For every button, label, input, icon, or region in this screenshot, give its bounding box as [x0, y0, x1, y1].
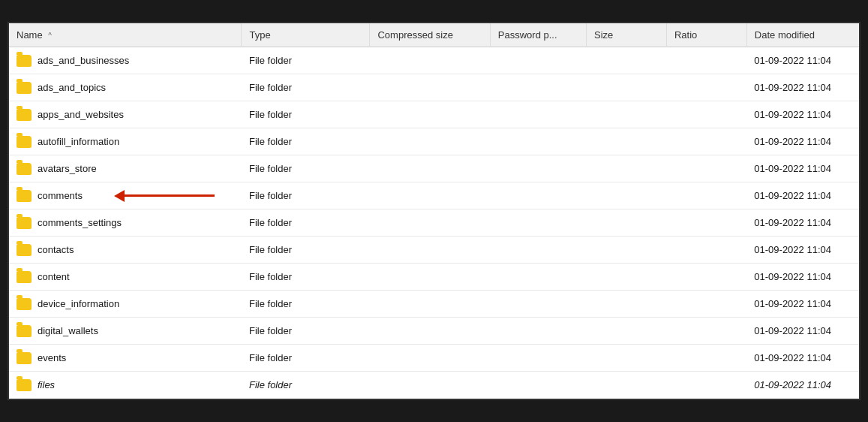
compressed-size-cell: [370, 237, 490, 264]
password-cell: [490, 345, 586, 372]
password-cell: [490, 47, 586, 74]
size-cell: [587, 182, 667, 209]
size-cell: [587, 372, 667, 399]
table-row[interactable]: filesFile folder01-09-2022 11:04: [9, 372, 859, 399]
arrow-line: [125, 194, 215, 197]
col-header-password[interactable]: Password p...: [490, 23, 586, 47]
ratio-cell: [666, 291, 746, 318]
file-type-cell: File folder: [242, 128, 370, 155]
file-name-cell: ads_and_topics: [9, 74, 242, 101]
table-row[interactable]: apps_and_websitesFile folder01-09-2022 1…: [9, 101, 859, 128]
folder-icon: [17, 325, 32, 337]
size-cell: [587, 345, 667, 372]
compressed-size-cell: [370, 47, 490, 74]
file-name-label: comments: [38, 190, 83, 201]
size-cell: [587, 128, 667, 155]
date-modified-cell: 01-09-2022 11:04: [746, 345, 859, 372]
compressed-size-cell: [370, 318, 490, 345]
file-name-label: ads_and_topics: [38, 82, 106, 93]
file-name-cell: files: [9, 372, 242, 399]
table-row[interactable]: avatars_storeFile folder01-09-2022 11:04: [9, 155, 859, 182]
password-cell: [490, 128, 586, 155]
arrow-head: [114, 190, 125, 202]
table-row[interactable]: commentsFile folder01-09-2022 11:04: [9, 182, 859, 209]
folder-icon: [17, 109, 32, 121]
file-type-cell: File folder: [242, 155, 370, 182]
folder-icon: [17, 379, 32, 391]
password-cell: [490, 237, 586, 264]
ratio-cell: [666, 128, 746, 155]
date-modified-cell: 01-09-2022 11:04: [746, 74, 859, 101]
password-cell: [490, 74, 586, 101]
ratio-cell: [666, 209, 746, 237]
ratio-cell: [666, 237, 746, 264]
table-row[interactable]: eventsFile folder01-09-2022 11:04: [9, 345, 859, 372]
folder-icon: [17, 136, 32, 148]
ratio-cell: [666, 345, 746, 372]
size-cell: [587, 209, 667, 237]
size-cell: [587, 291, 667, 318]
password-cell: [490, 182, 586, 209]
col-header-ratio[interactable]: Ratio: [666, 23, 746, 47]
password-cell: [490, 155, 586, 182]
ratio-cell: [666, 74, 746, 101]
file-name-cell: events: [9, 345, 242, 372]
table-row[interactable]: contactsFile folder01-09-2022 11:04: [9, 237, 859, 264]
table-row[interactable]: autofill_informationFile folder01-09-202…: [9, 128, 859, 155]
table-row[interactable]: digital_walletsFile folder01-09-2022 11:…: [9, 318, 859, 345]
table-row[interactable]: ads_and_businessesFile folder01-09-2022 …: [9, 47, 859, 74]
col-header-compressed-size[interactable]: Compressed size: [370, 23, 490, 47]
sort-indicator-name: ^: [48, 32, 52, 40]
date-modified-cell: 01-09-2022 11:04: [746, 318, 859, 345]
folder-icon: [17, 55, 32, 67]
ratio-cell: [666, 182, 746, 209]
date-modified-cell: 01-09-2022 11:04: [746, 264, 859, 291]
file-name-label: comments_settings: [38, 217, 122, 228]
table-row[interactable]: comments_settingsFile folder01-09-2022 1…: [9, 209, 859, 237]
compressed-size-cell: [370, 74, 490, 101]
folder-icon: [17, 190, 32, 202]
file-name-cell: ads_and_businesses: [9, 47, 242, 74]
folder-icon: [17, 298, 32, 310]
ratio-cell: [666, 101, 746, 128]
compressed-size-cell: [370, 101, 490, 128]
file-type-cell: File folder: [242, 74, 370, 101]
file-type-cell: File folder: [242, 318, 370, 345]
file-type-cell: File folder: [242, 47, 370, 74]
file-name-cell: comments_settings: [9, 209, 242, 237]
compressed-size-cell: [370, 291, 490, 318]
file-name-cell: contacts: [9, 237, 242, 264]
password-cell: [490, 318, 586, 345]
file-type-cell: File folder: [242, 237, 370, 264]
size-cell: [587, 101, 667, 128]
arrow-annotation: [114, 190, 215, 202]
file-name-label: digital_wallets: [38, 325, 98, 336]
table-row[interactable]: contentFile folder01-09-2022 11:04: [9, 264, 859, 291]
compressed-size-cell: [370, 372, 490, 399]
table-header: Name ^ Type Compressed size Password p..…: [9, 23, 859, 47]
file-name-label: files: [38, 379, 55, 390]
compressed-size-cell: [370, 209, 490, 237]
date-modified-cell: 01-09-2022 11:04: [746, 101, 859, 128]
size-cell: [587, 74, 667, 101]
col-header-type[interactable]: Type: [242, 23, 370, 47]
file-name-label: contacts: [38, 244, 74, 255]
file-list-table: Name ^ Type Compressed size Password p..…: [9, 23, 859, 399]
table-row[interactable]: device_informationFile folder01-09-2022 …: [9, 291, 859, 318]
table-row[interactable]: ads_and_topicsFile folder01-09-2022 11:0…: [9, 74, 859, 101]
compressed-size-cell: [370, 155, 490, 182]
folder-icon: [17, 82, 32, 94]
col-header-size[interactable]: Size: [587, 23, 667, 47]
size-cell: [587, 264, 667, 291]
col-header-date-modified[interactable]: Date modified: [746, 23, 859, 47]
size-cell: [587, 155, 667, 182]
password-cell: [490, 264, 586, 291]
col-header-name[interactable]: Name ^: [9, 23, 242, 47]
file-type-cell: File folder: [242, 291, 370, 318]
file-type-cell: File folder: [242, 264, 370, 291]
ratio-cell: [666, 47, 746, 74]
compressed-size-cell: [370, 182, 490, 209]
file-type-cell: File folder: [242, 209, 370, 237]
folder-icon: [17, 271, 32, 283]
password-cell: [490, 209, 586, 237]
